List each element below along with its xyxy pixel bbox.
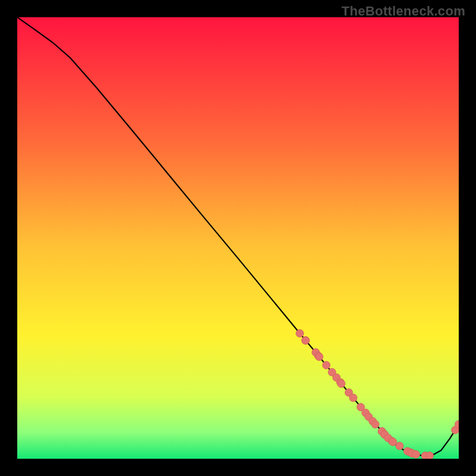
chart-svg xyxy=(17,17,459,459)
data-marker xyxy=(302,337,309,345)
data-marker xyxy=(412,450,420,458)
data-marker xyxy=(371,421,379,428)
data-marker xyxy=(426,452,434,459)
plot-area xyxy=(17,17,459,459)
data-marker xyxy=(296,330,303,337)
gradient-bg xyxy=(17,17,459,459)
data-marker xyxy=(389,438,397,446)
data-marker xyxy=(337,380,345,387)
data-marker xyxy=(349,394,357,402)
data-marker xyxy=(396,442,403,450)
chart-frame: TheBottleneck.com xyxy=(0,0,476,476)
data-marker xyxy=(322,361,330,369)
data-marker xyxy=(315,353,323,361)
